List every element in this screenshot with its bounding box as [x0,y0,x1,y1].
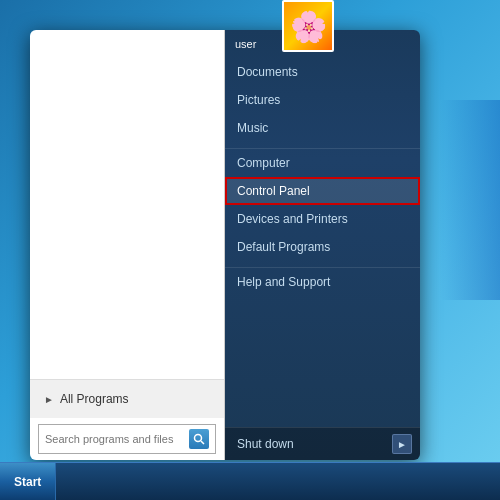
left-panel: ► All Programs [30,30,225,460]
all-programs-button[interactable]: ► All Programs [42,388,212,410]
all-programs-label: All Programs [60,392,129,406]
menu-items: Documents Pictures Music Computer Contro… [225,54,420,427]
shutdown-button[interactable]: Shut down [233,435,388,453]
start-button[interactable]: Start [0,463,56,500]
menu-item-help-support[interactable]: Help and Support [225,267,420,296]
svg-point-0 [195,435,202,442]
taskbar: Start [0,462,500,500]
menu-item-devices-printers[interactable]: Devices and Printers [225,205,420,233]
avatar: 🌸 [282,0,334,52]
start-label: Start [14,475,41,489]
menu-item-computer[interactable]: Computer [225,148,420,177]
menu-item-control-panel[interactable]: Control Panel [225,177,420,205]
all-programs-arrow-icon: ► [44,394,54,405]
search-container [38,424,216,454]
shutdown-arrow-icon: ► [397,439,407,450]
menu-item-pictures[interactable]: Pictures [225,86,420,114]
search-icon [193,433,205,445]
right-panel: user Documents Pictures Music Computer C… [225,30,420,460]
all-programs-section: ► All Programs [30,379,224,418]
start-menu: ► All Programs user Documents Pictures [30,30,420,460]
right-bottom-bar: Shut down ► [225,427,420,460]
menu-item-documents[interactable]: Documents [225,58,420,86]
svg-line-1 [201,441,204,444]
search-button[interactable] [189,429,209,449]
desktop-accent [440,100,500,300]
shutdown-arrow-button[interactable]: ► [392,434,412,454]
menu-item-music[interactable]: Music [225,114,420,142]
menu-item-default-programs[interactable]: Default Programs [225,233,420,261]
search-input[interactable] [45,433,185,445]
